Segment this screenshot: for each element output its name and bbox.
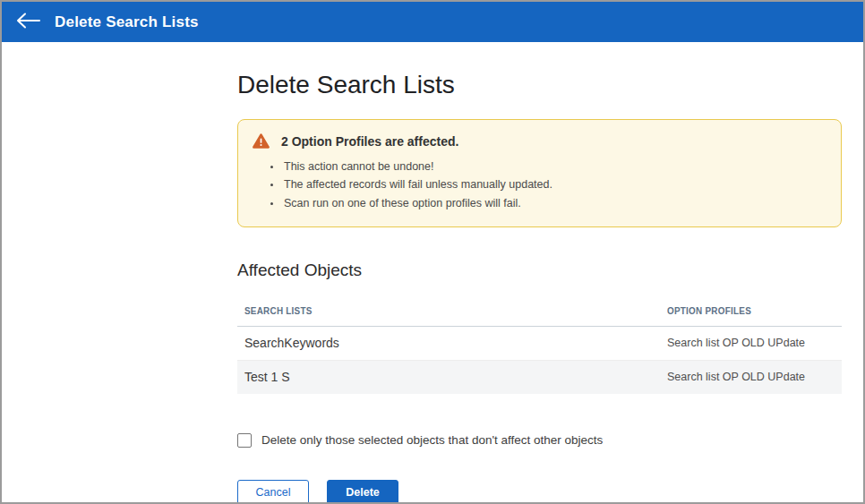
search-list-cell: SearchKeywords: [237, 326, 660, 360]
top-bar-title: Delete Search Lists: [55, 13, 199, 31]
column-header-option-profiles: OPTION PROFILES: [660, 295, 842, 327]
table-row: Test 1 S Search list OP OLD UPdate: [237, 360, 842, 394]
delete-option-row: Delete only those selected objects that …: [237, 433, 842, 448]
table-header-row: SEARCH LISTS OPTION PROFILES: [237, 295, 842, 327]
option-profile-cell: Search list OP OLD UPdate: [660, 360, 842, 394]
warning-title: 2 Option Profiles are affected.: [281, 134, 458, 149]
delete-button[interactable]: Delete: [327, 480, 398, 504]
warning-header: 2 Option Profiles are affected.: [253, 133, 826, 149]
warning-bullet: This action cannot be undone!: [282, 158, 826, 175]
main-content: Delete Search Lists 2 Option Profiles ar…: [2, 73, 863, 504]
warning-bullet: Scan run on one of these option profiles…: [282, 194, 826, 212]
warning-banner: 2 Option Profiles are affected. This act…: [237, 119, 842, 227]
only-safe-delete-checkbox[interactable]: [237, 433, 252, 448]
back-button[interactable]: [16, 13, 40, 31]
cancel-button[interactable]: Cancel: [237, 480, 309, 504]
table-row: SearchKeywords Search list OP OLD UPdate: [237, 326, 842, 360]
warning-triangle-icon: [253, 133, 270, 149]
warning-bullet: The affected records will fail unless ma…: [282, 175, 826, 193]
back-arrow-icon: [16, 13, 40, 31]
delete-search-lists-window: Delete Search Lists Delete Search Lists …: [0, 0, 865, 504]
affected-objects-table: SEARCH LISTS OPTION PROFILES SearchKeywo…: [237, 295, 842, 394]
warning-list: This action cannot be undone! The affect…: [282, 158, 826, 212]
column-header-search-lists: SEARCH LISTS: [237, 295, 660, 327]
only-safe-delete-label[interactable]: Delete only those selected objects that …: [261, 433, 603, 447]
top-bar: Delete Search Lists: [2, 2, 863, 42]
affected-objects-title: Affected Objects: [237, 261, 842, 280]
page-title: Delete Search Lists: [237, 73, 842, 98]
search-list-cell: Test 1 S: [237, 360, 660, 394]
action-buttons: Cancel Delete: [237, 480, 842, 504]
content-container: Delete Search Lists 2 Option Profiles ar…: [237, 73, 842, 504]
option-profile-cell: Search list OP OLD UPdate: [660, 326, 842, 360]
